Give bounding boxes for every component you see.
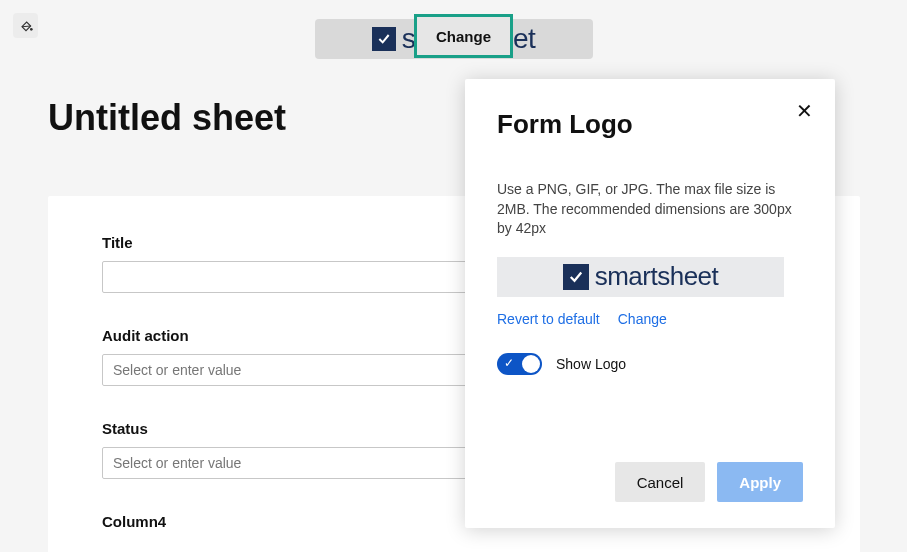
change-logo-label: Change	[436, 28, 491, 45]
panel-links: Revert to default Change	[497, 311, 803, 327]
brand-wordmark: smartsheet	[595, 261, 719, 292]
cancel-button[interactable]: Cancel	[615, 462, 706, 502]
brand-mark-icon	[563, 264, 589, 290]
check-icon: ✓	[504, 357, 514, 369]
brand-mark-icon	[372, 27, 396, 51]
logo-preview: smartsheet	[497, 257, 784, 297]
revert-default-link[interactable]: Revert to default	[497, 311, 600, 327]
paint-bucket-icon	[18, 18, 34, 34]
toggle-knob	[522, 355, 540, 373]
panel-description: Use a PNG, GIF, or JPG. The max file siz…	[497, 180, 803, 239]
apply-button[interactable]: Apply	[717, 462, 803, 502]
page-title: Untitled sheet	[48, 97, 286, 139]
show-logo-row: ✓ Show Logo	[497, 353, 803, 375]
panel-title: Form Logo	[497, 109, 803, 140]
brand-logo: smartsheet	[563, 261, 719, 292]
form-logo-panel: ✕ Form Logo Use a PNG, GIF, or JPG. The …	[465, 79, 835, 528]
show-logo-toggle[interactable]: ✓	[497, 353, 542, 375]
change-logo-button-highlight[interactable]: Change	[414, 14, 513, 58]
svg-point-0	[30, 28, 33, 31]
theme-button[interactable]	[13, 13, 38, 38]
change-logo-link[interactable]: Change	[618, 311, 667, 327]
close-icon[interactable]: ✕	[796, 101, 813, 121]
show-logo-label: Show Logo	[556, 356, 626, 372]
panel-footer: Cancel Apply	[497, 462, 803, 502]
